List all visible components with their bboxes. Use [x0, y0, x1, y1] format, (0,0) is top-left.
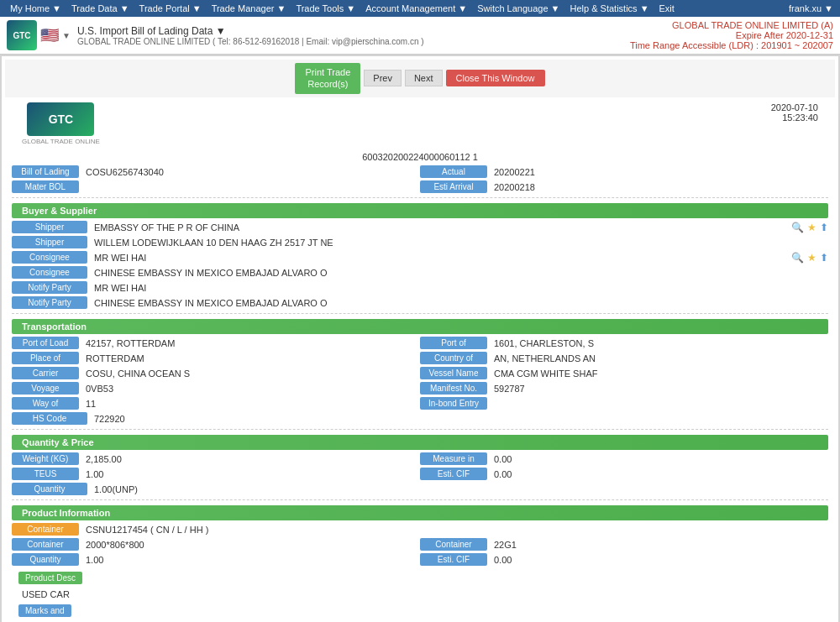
prod-qty-esticif-row: Quantity 1.00 Esti. CIF 0.00 — [12, 553, 828, 567]
container1-row: Container CSNU1217454 ( CN / L / HH ) — [12, 523, 828, 536]
nav-help-statistics[interactable]: Help & Statistics ▼ — [567, 2, 653, 15]
shipper1-label: Shipper — [12, 221, 87, 233]
mater-bol-value — [82, 186, 420, 189]
prod-qty-col: Quantity 1.00 — [12, 553, 420, 567]
up-icon[interactable]: ⬆ — [820, 222, 828, 233]
actual-value: 20200221 — [491, 165, 828, 179]
way-inbond-row: Way of 11 In-bond Entry — [12, 397, 828, 410]
esti-arrival-value: 20200218 — [491, 180, 828, 194]
way-value: 11 — [82, 397, 420, 410]
consignee1-row: Consignee MR WEI HAI 🔍 ★ ⬆ — [12, 251, 828, 264]
next-button[interactable]: Next — [405, 70, 443, 86]
vessel-col: Vessel Name CMA CGM WHITE SHAF — [420, 367, 828, 380]
container2-value: 2000*806*800 — [82, 538, 420, 551]
carrier-vessel-row: Carrier COSU, CHINA OCEAN S Vessel Name … — [12, 367, 828, 380]
top-navigation: My Home ▼ Trade Data ▼ Trade Portal ▼ Tr… — [0, 0, 840, 17]
bol-row: Bill of Lading COSU6256743040 Actual 202… — [12, 165, 828, 179]
nav-exit[interactable]: Exit — [656, 2, 678, 15]
voyage-manifest-row: Voyage 0VB53 Manifest No. 592787 — [12, 382, 828, 395]
prod-esticif-col: Esti. CIF 0.00 — [420, 553, 828, 567]
inbond-col: In-bond Entry — [420, 397, 828, 410]
marks-row: Marks and — [5, 601, 835, 620]
quantity-label: Quantity — [12, 483, 87, 495]
notify2-value: CHINESE EMBASSY IN MEXICO EMBAJAD ALVARO… — [91, 296, 828, 310]
container3-col: Container 22G1 — [420, 538, 828, 551]
hs-code-row: HS Code 722920 — [12, 412, 828, 426]
way-label: Way of — [12, 397, 79, 410]
prev-button[interactable]: Prev — [364, 70, 402, 86]
esti-cif-value: 0.00 — [491, 468, 828, 481]
quantity-price-header: Quantity & Price — [12, 435, 828, 450]
container-dims-row: Container 2000*806*800 Container 22G1 — [12, 538, 828, 551]
user-info[interactable]: frank.xu ▼ — [789, 3, 833, 13]
time-range: Time Range Accessible (LDR) : 201901 ~ 2… — [630, 40, 833, 50]
port-of-value: 1601, CHARLESTON, S — [491, 337, 828, 350]
vessel-value: CMA CGM WHITE SHAF — [491, 367, 828, 380]
shipper2-row: Shipper WILLEM LODEWIJKLAAN 10 DEN HAAG … — [12, 236, 828, 249]
consignee1-label: Consignee — [12, 251, 87, 264]
page-title[interactable]: U.S. Import Bill of Lading Data ▼ — [77, 25, 424, 37]
consignee-up-icon[interactable]: ⬆ — [820, 252, 828, 264]
measure-value: 0.00 — [491, 452, 828, 466]
consignee-star-icon[interactable]: ★ — [807, 252, 816, 264]
voyage-value: 0VB53 — [82, 382, 420, 395]
port-row: Port of Load 42157, ROTTERDAM Port of 16… — [12, 337, 828, 350]
nav-switch-language[interactable]: Switch Language ▼ — [474, 2, 563, 15]
divider-3 — [12, 429, 828, 430]
measure-label: Measure in — [420, 452, 487, 465]
place-col: Place of ROTTERDAM — [12, 352, 420, 365]
consignee2-row: Consignee CHINESE EMBASSY IN MEXICO EMBA… — [12, 266, 828, 280]
consignee2-label: Consignee — [12, 266, 87, 279]
close-button[interactable]: Close This Window — [446, 70, 545, 86]
divider-1 — [12, 197, 828, 198]
place-label: Place of — [12, 352, 79, 364]
notify1-label: Notify Party — [12, 281, 87, 294]
header-left: GTC 🇺🇸 ▼ U.S. Import Bill of Lading Data… — [7, 20, 424, 50]
vessel-label: Vessel Name — [420, 367, 487, 379]
consignee1-icons: 🔍 ★ ⬆ — [791, 252, 828, 264]
flag-dropdown[interactable]: ▼ — [62, 31, 71, 40]
actual-label: Actual — [420, 165, 487, 178]
notify1-value: MR WEI HAI — [91, 281, 828, 295]
nav-trade-tools[interactable]: Trade Tools ▼ — [292, 2, 359, 15]
container3-label: Container — [420, 538, 487, 551]
quantity-value: 1.00(UNP) — [91, 483, 828, 496]
print-button[interactable]: Print Trade Record(s) — [295, 63, 360, 94]
nav-trade-portal[interactable]: Trade Portal ▼ — [136, 2, 205, 15]
place-country-row: Place of ROTTERDAM Country of AN, NETHER… — [12, 352, 828, 365]
shipper2-value: WILLEM LODEWIJKLAAN 10 DEN HAAG ZH 2517 … — [91, 236, 828, 249]
divider-4 — [12, 499, 828, 500]
star-icon[interactable]: ★ — [807, 222, 816, 233]
port-of-col: Port of 1601, CHARLESTON, S — [420, 337, 828, 350]
nav-trade-manager[interactable]: Trade Manager ▼ — [208, 2, 290, 15]
prod-esticif-label: Esti. CIF — [420, 553, 487, 566]
record-id: 600320200224000060112 1 — [5, 150, 835, 164]
product-desc-row: Product Desc — [5, 568, 835, 588]
company-contact: GLOBAL TRADE ONLINE LIMITED ( Tel: 86-51… — [77, 37, 424, 46]
esti-cif-col: Esti. CIF 0.00 — [420, 468, 828, 481]
manifest-label: Manifest No. — [420, 382, 487, 395]
voyage-col: Voyage 0VB53 — [12, 382, 420, 395]
search-icon[interactable]: 🔍 — [791, 222, 804, 233]
bol-label: Bill of Lading — [12, 165, 79, 178]
container2-label: Container — [12, 538, 79, 551]
nav-items: My Home ▼ Trade Data ▼ Trade Portal ▼ Tr… — [7, 2, 678, 15]
mater-bol-col: Mater BOL — [12, 180, 420, 193]
consignee-search-icon[interactable]: 🔍 — [791, 252, 804, 264]
shipper1-icons: 🔍 ★ ⬆ — [791, 222, 828, 233]
product-desc-value: USED CAR — [5, 588, 835, 601]
teus-esticif-row: TEUS 1.00 Esti. CIF 0.00 — [12, 468, 828, 481]
bol-col: Bill of Lading COSU6256743040 — [12, 165, 420, 179]
notify2-row: Notify Party CHINESE EMBASSY IN MEXICO E… — [12, 296, 828, 310]
doc-logo-text: GLOBAL TRADE ONLINE — [22, 138, 100, 145]
nav-my-home[interactable]: My Home ▼ — [7, 2, 65, 15]
esti-cif-label: Esti. CIF — [420, 468, 487, 480]
prod-qty-value: 1.00 — [82, 553, 420, 567]
measure-col: Measure in 0.00 — [420, 452, 828, 466]
nav-account-management[interactable]: Account Management ▼ — [362, 2, 470, 15]
teus-value: 1.00 — [82, 468, 420, 481]
nav-trade-data[interactable]: Trade Data ▼ — [68, 2, 133, 15]
transportation-header: Transportation — [12, 319, 828, 334]
weight-col: Weight (KG) 2,185.00 — [12, 452, 420, 466]
product-info-header: Product Information — [12, 505, 828, 520]
